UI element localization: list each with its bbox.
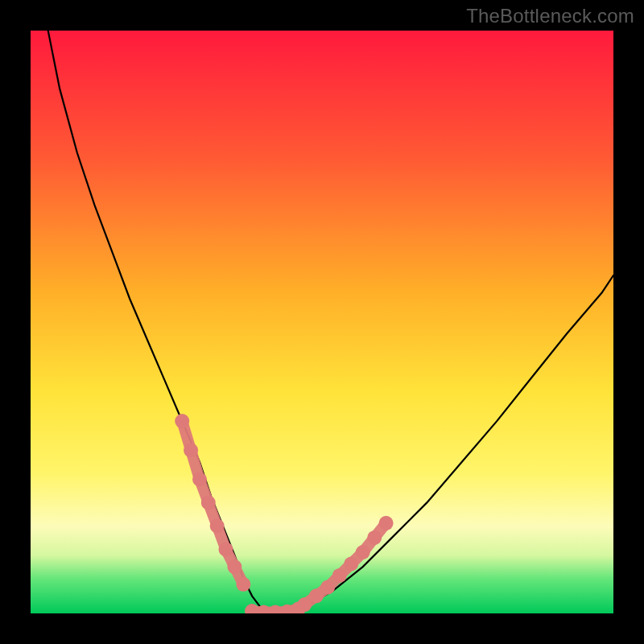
highlighted-left-descent-bead [192, 473, 207, 487]
highlighted-right-ascent-bead [320, 580, 335, 594]
highlighted-left-descent-bead [219, 542, 233, 556]
highlighted-right-ascent-bead [379, 516, 394, 530]
highlighted-right-ascent-bead [332, 568, 347, 583]
highlighted-right-ascent-bead [367, 530, 382, 545]
highlighted-left-descent-bead [184, 443, 198, 457]
highlighted-right-ascent-bead [344, 557, 358, 572]
highlighted-right-ascent-bead [309, 588, 324, 603]
highlighted-left-descent-bead [201, 495, 216, 510]
chart-svg [31, 31, 613, 613]
plot-area [31, 31, 613, 613]
highlighted-left-descent-bead [210, 518, 225, 533]
highlighted-right-ascent-bead [356, 545, 370, 559]
chart-frame: TheBottleneck.com [0, 0, 644, 644]
highlighted-left-descent-bead [227, 559, 242, 574]
highlighted-right-ascent-bead [297, 597, 312, 612]
highlighted-left-descent-bead [175, 414, 189, 428]
highlighted-left-descent-bead [236, 577, 250, 592]
gradient-background [31, 31, 613, 613]
watermark-text: TheBottleneck.com [466, 5, 634, 27]
